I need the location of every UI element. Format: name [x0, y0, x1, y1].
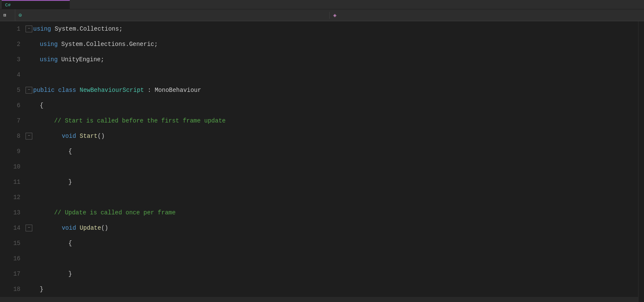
line-content-1: −using System.Collections;	[26, 21, 644, 37]
line-number-5: 5	[0, 83, 26, 98]
line-number-6: 6	[0, 98, 26, 113]
vertical-scrollbar[interactable]	[638, 21, 644, 302]
code-content[interactable]: 1−using System.Collections;2 using Syste…	[0, 21, 644, 302]
code-line-9: 9 {	[0, 144, 644, 159]
file-tab[interactable]: C#	[2, 0, 70, 9]
code-line-15: 15 {	[0, 236, 644, 251]
title-bar: C#	[0, 0, 644, 9]
fold-button-14[interactable]: −	[26, 225, 32, 231]
code-line-10: 10	[0, 159, 644, 174]
line-number-4: 4	[0, 67, 26, 83]
line-content-2: using System.Collections.Generic;	[26, 37, 644, 52]
code-line-8: 8− void Start()	[0, 128, 644, 144]
line-content-14: − void Update()	[26, 220, 644, 236]
code-line-11: 11 }	[0, 174, 644, 190]
line-number-9: 9	[0, 144, 26, 159]
line-number-8: 8	[0, 128, 26, 144]
line-number-7: 7	[0, 113, 26, 128]
line-number-19: 19	[0, 297, 26, 302]
code-line-7: 7 // Start is called before the first fr…	[0, 113, 644, 128]
fold-button-8[interactable]: −	[26, 133, 32, 140]
cs-file-icon: C#	[5, 3, 11, 8]
code-line-17: 17 }	[0, 266, 644, 282]
misc-files-icon: ⊞	[3, 12, 6, 18]
nav-class-section[interactable]: ⊙	[15, 12, 330, 19]
code-line-2: 2 using System.Collections.Generic;	[0, 37, 644, 52]
line-number-18: 18	[0, 282, 26, 297]
line-content-6: {	[26, 98, 644, 113]
line-number-12: 12	[0, 190, 26, 205]
fold-button-5[interactable]: −	[26, 87, 32, 94]
line-number-16: 16	[0, 251, 26, 266]
class-icon: ⊙	[19, 12, 22, 19]
line-content-15: {	[26, 236, 644, 251]
line-number-17: 17	[0, 266, 26, 282]
code-line-14: 14− void Update()	[0, 220, 644, 236]
line-content-18: }	[26, 282, 644, 297]
fold-button-1[interactable]: −	[26, 26, 32, 32]
line-content-3: using UnityEngine;	[26, 52, 644, 67]
line-number-2: 2	[0, 37, 26, 52]
line-content-5: −public class NewBehaviourScript : MonoB…	[26, 83, 644, 98]
code-line-13: 13 // Update is called once per frame	[0, 205, 644, 220]
line-content-9: {	[26, 144, 644, 159]
nav-method-section[interactable]: ◈	[330, 12, 644, 19]
code-line-16: 16	[0, 251, 644, 266]
code-line-4: 4	[0, 67, 644, 83]
line-number-13: 13	[0, 205, 26, 220]
line-number-11: 11	[0, 174, 26, 190]
line-number-1: 1	[0, 21, 26, 37]
line-content-7: // Start is called before the first fram…	[26, 113, 644, 128]
line-number-14: 14	[0, 220, 26, 236]
code-line-12: 12	[0, 190, 644, 205]
nav-misc-files[interactable]: ⊞	[0, 9, 15, 21]
line-content-8: − void Start()	[26, 128, 644, 144]
line-number-15: 15	[0, 236, 26, 251]
code-line-3: 3 using UnityEngine;	[0, 52, 644, 67]
method-icon: ◈	[333, 12, 336, 19]
line-content-17: }	[26, 266, 644, 282]
line-number-3: 3	[0, 52, 26, 67]
code-line-1: 1−using System.Collections;	[0, 21, 644, 37]
line-content-13: // Update is called once per frame	[26, 205, 644, 220]
code-line-19: 19	[0, 297, 644, 302]
code-line-5: 5−public class NewBehaviourScript : Mono…	[0, 83, 644, 98]
code-line-18: 18 }	[0, 282, 644, 297]
line-content-11: }	[26, 174, 644, 190]
code-line-6: 6 {	[0, 98, 644, 113]
nav-bar: ⊞ ⊙ ◈	[0, 9, 644, 21]
code-editor: 1−using System.Collections;2 using Syste…	[0, 21, 644, 302]
line-number-10: 10	[0, 159, 26, 174]
